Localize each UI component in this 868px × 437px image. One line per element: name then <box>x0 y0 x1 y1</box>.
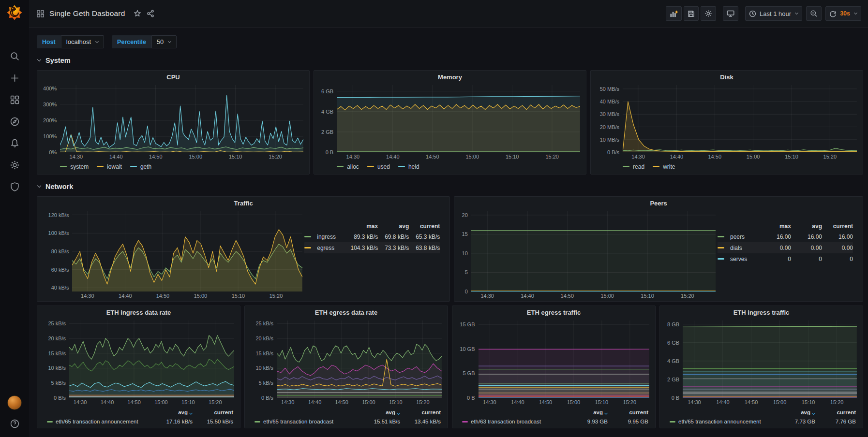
page-title[interactable]: Single Geth Dasboard <box>49 9 125 18</box>
sidebar-item-search[interactable] <box>9 50 20 62</box>
sidebar-item-help[interactable] <box>9 418 20 429</box>
legend-item-write[interactable]: write <box>653 163 675 170</box>
variable-percentile-select[interactable]: 50 <box>151 35 177 48</box>
dashboard-title-group: Single Geth Dasboard <box>37 9 154 18</box>
panel-title[interactable]: Traffic <box>37 197 449 210</box>
chart-area: 05101520 <box>458 210 718 291</box>
y-tick-label: 10 kB/s <box>255 365 273 371</box>
legend-column-current[interactable]: current <box>822 223 853 230</box>
panel-title[interactable]: Peers <box>454 197 863 210</box>
y-tick-label: 0 B/s <box>261 395 273 401</box>
chart-plot[interactable] <box>471 211 716 291</box>
legend-item-used[interactable]: used <box>367 163 390 170</box>
sidebar-item-dashboards[interactable] <box>9 94 20 105</box>
legend-column-avg[interactable]: avg <box>563 409 608 415</box>
chart-plot[interactable] <box>60 85 303 152</box>
chart-column: 0%100%200%300%400%14:3014:4014:5015:0015… <box>41 84 305 173</box>
legend-column-avg[interactable]: avg <box>771 409 815 415</box>
legend-series-name[interactable]: eth/63 transaction broadcast <box>471 419 563 424</box>
chart-plot[interactable] <box>479 320 650 398</box>
x-tick-label: 15:10 <box>229 154 242 160</box>
x-tick-label: 15:10 <box>641 293 654 299</box>
legend-series-name[interactable]: eth/65 transaction announcement <box>678 419 771 424</box>
legend-item-label: used <box>377 163 390 170</box>
legend-value: 0.00 <box>760 245 791 251</box>
panel-title[interactable]: Memory <box>314 71 586 84</box>
sidebar-item-explore[interactable] <box>9 116 20 127</box>
add-panel-button[interactable] <box>666 6 682 21</box>
cycle-view-mode-button[interactable] <box>723 6 738 21</box>
grafana-logo[interactable] <box>0 5 29 20</box>
legend-item-held[interactable]: held <box>398 163 419 170</box>
refresh-dashboard-button[interactable]: 30s <box>825 6 861 21</box>
row-header-network[interactable]: Network <box>37 180 863 193</box>
y-tick-label: 20 kB/s <box>48 335 66 341</box>
legend-series-name[interactable]: dials <box>730 245 760 251</box>
chart-plot[interactable] <box>683 320 857 398</box>
star-dashboard-button[interactable] <box>134 10 141 17</box>
sidebar <box>0 0 29 437</box>
legend-item-iowait[interactable]: iowait <box>97 163 122 170</box>
chart-plot[interactable] <box>69 320 234 398</box>
legend-item-alloc[interactable]: alloc <box>337 163 359 170</box>
chart-plot[interactable] <box>623 85 857 152</box>
panel-title[interactable]: ETH ingress traffic <box>660 306 863 319</box>
star-icon <box>134 10 141 17</box>
legend: readwrite <box>623 160 859 173</box>
legend-item-system[interactable]: system <box>60 163 89 170</box>
chart-plot[interactable] <box>277 320 442 398</box>
zoom-out-time-range-button[interactable] <box>806 6 822 21</box>
share-dashboard-button[interactable] <box>147 10 154 17</box>
legend-item-read[interactable]: read <box>623 163 644 170</box>
legend-series-name[interactable]: peers <box>730 233 760 240</box>
row-header-system[interactable]: System <box>37 54 863 67</box>
variable-percentile-value: 50 <box>157 38 164 45</box>
legend-column-current[interactable]: current <box>608 409 648 415</box>
x-tick-label: 14:50 <box>561 293 574 299</box>
legend-column-current[interactable]: current <box>400 409 441 415</box>
legend-column-current[interactable]: current <box>409 223 440 230</box>
panel-traffic: Traffic40 kB/s60 kB/s80 kB/s100 kB/s120 … <box>37 196 450 302</box>
legend-column-avg[interactable]: avg <box>356 409 400 415</box>
legend-series-name[interactable]: eth/65 transaction broadcast <box>263 419 356 424</box>
panel-title[interactable]: Disk <box>591 71 863 84</box>
legend-value: 73.3 kB/s <box>378 245 409 251</box>
sidebar-item-server-admin[interactable] <box>9 181 20 192</box>
sort-chevron-down-icon <box>397 411 400 414</box>
panel-title[interactable]: ETH egress traffic <box>452 306 655 319</box>
dashboard-settings-button[interactable] <box>701 6 716 21</box>
legend-series-name[interactable]: egress <box>317 245 347 251</box>
bell-icon <box>10 138 20 148</box>
user-avatar[interactable] <box>7 395 22 410</box>
legend-column-avg[interactable]: avg <box>791 223 822 230</box>
chart-plot[interactable] <box>337 85 580 152</box>
legend-series-name[interactable]: serves <box>730 256 760 262</box>
legend-column-max[interactable]: max <box>760 223 791 230</box>
share-icon <box>147 10 154 17</box>
panel-title[interactable]: ETH egress data rate <box>245 306 448 319</box>
legend-column-current[interactable]: current <box>193 409 233 415</box>
save-dashboard-button[interactable] <box>684 6 699 21</box>
sidebar-item-configuration[interactable] <box>9 159 20 171</box>
y-tick-label: 25 kB/s <box>48 320 66 326</box>
panel-title[interactable]: ETH ingress data rate <box>37 306 240 319</box>
chart-area: 0 B/s5 kB/s10 kB/s15 kB/s20 kB/s25 kB/s <box>249 319 444 398</box>
legend-column-avg[interactable]: avg <box>378 223 409 230</box>
legend-column-avg[interactable]: avg <box>148 409 193 415</box>
legend-column-current[interactable]: current <box>815 409 856 415</box>
y-tick-label: 40 kB/s <box>51 285 69 291</box>
chart-plot[interactable] <box>72 211 302 291</box>
legend-row: eth/65 transaction announcement17.16 kB/… <box>47 417 233 426</box>
sidebar-item-alerting[interactable] <box>9 137 20 149</box>
legend-series-name[interactable]: ingress <box>317 233 347 240</box>
variable-host-select[interactable]: localhost <box>61 35 104 48</box>
panel-title[interactable]: CPU <box>37 71 309 84</box>
legend-series-name[interactable]: eth/65 transaction announcement <box>56 419 148 424</box>
y-tick-label: 5 kB/s <box>259 380 274 386</box>
legend-item-geth[interactable]: geth <box>130 163 151 170</box>
time-range-picker[interactable]: Last 1 hour <box>745 6 802 21</box>
refresh-icon <box>829 10 837 17</box>
sidebar-item-create[interactable] <box>9 72 20 84</box>
x-tick-label: 15:00 <box>189 154 202 160</box>
legend-column-max[interactable]: max <box>347 223 378 230</box>
